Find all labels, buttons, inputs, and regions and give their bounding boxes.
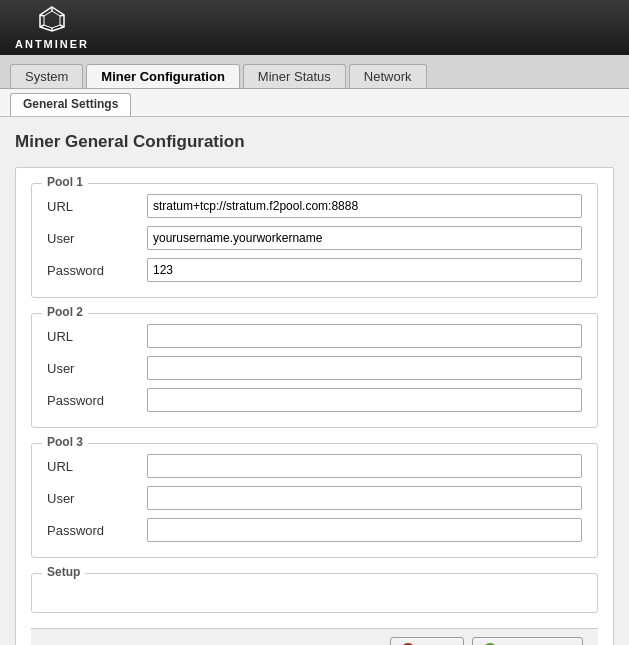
pool3-user-input[interactable] xyxy=(147,486,582,510)
pool1-legend: Pool 1 xyxy=(42,175,88,189)
save-apply-button[interactable]: Save&Apply xyxy=(472,637,583,645)
pool2-url-row: URL xyxy=(47,324,582,348)
pool1-user-row: User xyxy=(47,226,582,250)
pool3-password-row: Password xyxy=(47,518,582,542)
pool2-url-label: URL xyxy=(47,329,147,344)
tab-network[interactable]: Network xyxy=(349,64,427,88)
pool3-user-row: User xyxy=(47,486,582,510)
pool2-user-row: User xyxy=(47,356,582,380)
pool3-group: Pool 3 URL User Password xyxy=(31,443,598,558)
pool1-user-input[interactable] xyxy=(147,226,582,250)
pool3-legend: Pool 3 xyxy=(42,435,88,449)
setup-group: Setup xyxy=(31,573,598,613)
logo-icon xyxy=(36,5,68,36)
svg-line-3 xyxy=(60,15,64,16)
pool2-url-input[interactable] xyxy=(147,324,582,348)
pool3-url-input[interactable] xyxy=(147,454,582,478)
main-content: Miner General Configuration Pool 1 URL U… xyxy=(0,117,629,645)
header: ANTMINER xyxy=(0,0,629,55)
nav-bar: System Miner Configuration Miner Status … xyxy=(0,55,629,89)
pool1-url-label: URL xyxy=(47,199,147,214)
pool2-password-input[interactable] xyxy=(147,388,582,412)
tab-miner-configuration[interactable]: Miner Configuration xyxy=(86,64,240,88)
tab-system[interactable]: System xyxy=(10,64,83,88)
logo: ANTMINER xyxy=(15,5,89,50)
reset-button[interactable]: Reset xyxy=(390,637,464,645)
svg-line-7 xyxy=(40,15,44,16)
pool1-group: Pool 1 URL User Password xyxy=(31,183,598,298)
setup-legend: Setup xyxy=(42,565,85,579)
tab-miner-status[interactable]: Miner Status xyxy=(243,64,346,88)
sub-tab-general-settings[interactable]: General Settings xyxy=(10,93,131,116)
logo-text: ANTMINER xyxy=(15,38,89,50)
action-bar: Reset Save&Apply xyxy=(31,628,598,645)
pool2-group: Pool 2 URL User Password xyxy=(31,313,598,428)
pool3-user-label: User xyxy=(47,491,147,506)
pool1-url-row: URL xyxy=(47,194,582,218)
pool3-url-row: URL xyxy=(47,454,582,478)
sub-tab-bar: General Settings xyxy=(0,89,629,117)
pool1-url-input[interactable] xyxy=(147,194,582,218)
pool1-user-label: User xyxy=(47,231,147,246)
pool2-password-label: Password xyxy=(47,393,147,408)
pool2-password-row: Password xyxy=(47,388,582,412)
pool1-password-row: Password xyxy=(47,258,582,282)
pool2-user-label: User xyxy=(47,361,147,376)
pool3-password-input[interactable] xyxy=(147,518,582,542)
pool2-legend: Pool 2 xyxy=(42,305,88,319)
pool3-url-label: URL xyxy=(47,459,147,474)
pool1-password-input[interactable] xyxy=(147,258,582,282)
page-title: Miner General Configuration xyxy=(15,132,614,152)
pool1-password-label: Password xyxy=(47,263,147,278)
svg-marker-1 xyxy=(44,11,60,28)
pool2-user-input[interactable] xyxy=(147,356,582,380)
pool3-password-label: Password xyxy=(47,523,147,538)
form-container: Pool 1 URL User Password Pool 2 URL Use xyxy=(15,167,614,645)
